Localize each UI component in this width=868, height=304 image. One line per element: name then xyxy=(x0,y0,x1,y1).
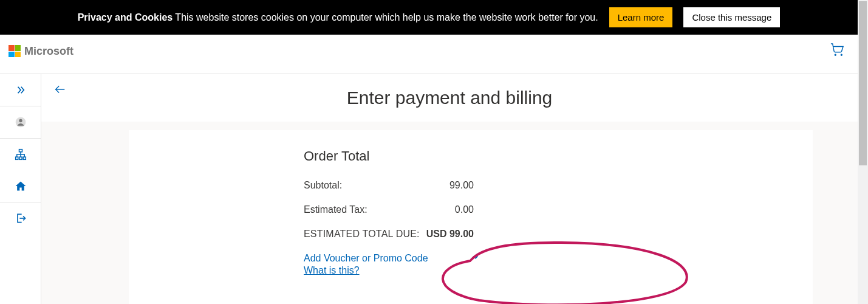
sidebar-home-button[interactable] xyxy=(0,170,41,202)
voucher-section: Add Voucher or Promo Code What is this? xyxy=(304,253,480,276)
cookie-banner: Privacy and Cookies This website stores … xyxy=(0,0,858,35)
close-cookie-button[interactable]: Close this message xyxy=(683,7,780,27)
total-value: USD 99.00 xyxy=(426,229,474,240)
sidebar xyxy=(0,74,41,304)
subtotal-label: Subtotal: xyxy=(304,180,342,191)
page-header: Enter payment and billing xyxy=(41,74,858,122)
tax-value: 0.00 xyxy=(455,204,474,215)
svg-rect-5 xyxy=(15,157,18,159)
order-card: Order Total Subtotal: 99.00 Estimated Ta… xyxy=(129,130,813,304)
add-voucher-label: Add Voucher or Promo Code xyxy=(304,253,428,264)
tax-row: Estimated Tax: 0.00 xyxy=(304,204,474,215)
what-is-this-link[interactable]: What is this? xyxy=(304,265,360,276)
svg-rect-7 xyxy=(23,157,26,159)
subtotal-row: Subtotal: 99.00 xyxy=(304,180,474,191)
svg-point-3 xyxy=(19,119,22,122)
order-heading: Order Total xyxy=(304,148,788,164)
svg-rect-4 xyxy=(19,150,22,152)
sidebar-logout-button[interactable] xyxy=(0,202,41,234)
svg-point-0 xyxy=(835,54,836,55)
site-header: Microsoft xyxy=(0,35,858,74)
cookie-banner-text: Privacy and Cookies This website stores … xyxy=(78,12,598,23)
total-label: ESTIMATED TOTAL DUE: xyxy=(304,229,420,240)
scrollbar[interactable] xyxy=(858,0,868,304)
total-row: ESTIMATED TOTAL DUE: USD 99.00 xyxy=(304,229,474,240)
learn-more-button[interactable]: Learn more xyxy=(609,7,673,27)
sidebar-user-button[interactable] xyxy=(0,106,41,138)
page-title: Enter payment and billing xyxy=(53,88,846,108)
cookie-banner-title: Privacy and Cookies xyxy=(78,12,173,22)
content-area: Enter payment and billing Order Total Su… xyxy=(41,74,858,304)
scrollbar-thumb[interactable] xyxy=(859,1,867,165)
cookie-banner-body: This website stores cookies on your comp… xyxy=(173,12,598,22)
subtotal-value: 99.00 xyxy=(449,180,474,191)
chevron-down-icon xyxy=(471,253,480,264)
tax-label: Estimated Tax: xyxy=(304,204,367,215)
microsoft-logo-text: Microsoft xyxy=(24,45,73,58)
microsoft-logo-icon xyxy=(9,45,21,57)
svg-point-1 xyxy=(841,54,842,55)
cart-icon[interactable] xyxy=(830,43,844,59)
microsoft-logo[interactable]: Microsoft xyxy=(9,45,73,58)
back-button[interactable] xyxy=(53,83,67,96)
add-voucher-link[interactable]: Add Voucher or Promo Code xyxy=(304,253,480,264)
sidebar-expand-button[interactable] xyxy=(0,74,41,106)
svg-rect-6 xyxy=(19,157,21,159)
sidebar-sitemap-button[interactable] xyxy=(0,139,41,170)
